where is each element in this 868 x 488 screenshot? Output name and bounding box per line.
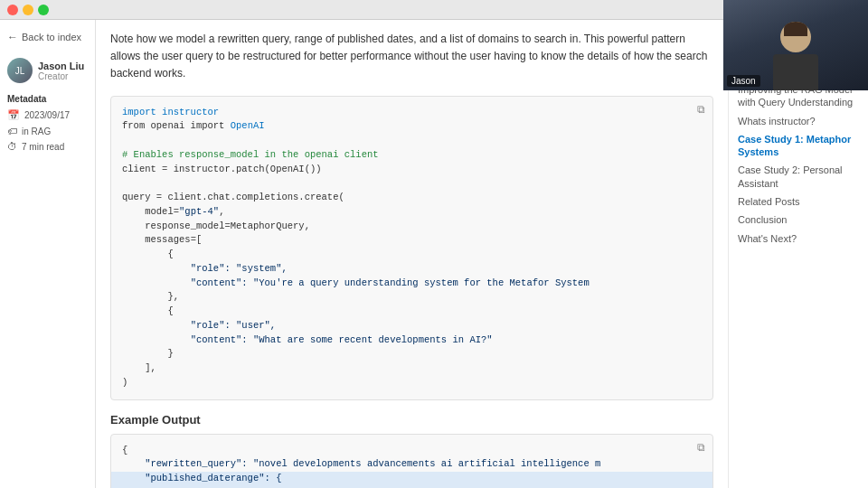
code-line: query = client.chat.completions.create( [122,191,702,205]
code-block-1: ⧉ import instructor from openai import O… [110,96,713,400]
code-line: "content": "What are some recent develop… [122,333,702,348]
metadata-section: Metadata 📅 2023/09/17 🏷 in RAG ⏱ 7 min r… [7,94,88,152]
example-output-label: Example Output [110,413,713,427]
author-role: Creator [38,71,84,81]
toc-item-related[interactable]: Related Posts [738,195,859,208]
calendar-icon: 📅 [7,109,20,121]
code-line: "role": "user", [122,319,702,333]
toc-item-metaphor[interactable]: Case Study 1: Metaphor Systems [738,133,859,159]
tag-value: in RAG [22,127,51,136]
toc-item-instructor[interactable]: Whats instructor? [738,115,859,127]
code-line [122,176,702,191]
toc-item-personal[interactable]: Case Study 2: Personal Assistant [738,164,859,190]
minimize-button[interactable] [23,5,33,15]
intro-paragraph: Note how we model a rewritten query, ran… [110,31,713,83]
copy-icon-2[interactable]: ⧉ [697,440,705,456]
video-feed: Jason [723,0,868,90]
code-line: client = instructor.patch(OpenAI()) [122,163,702,177]
tag-item: 🏷 in RAG [7,126,88,136]
left-sidebar: ← Back to index JL Jason Liu Creator Met… [0,20,95,488]
close-button[interactable] [7,5,18,15]
code-line: import instructor [122,106,702,120]
person-head [780,22,811,52]
code-line: { [122,248,702,262]
maximize-button[interactable] [38,5,49,15]
code-line [122,134,702,148]
author-section: JL Jason Liu Creator [7,58,88,83]
back-link-label: Back to index [22,32,81,42]
code-line: ) [122,376,702,390]
author-name: Jason Liu [38,61,84,71]
code-line: "content": "You're a query understanding… [122,277,702,291]
metadata-label: Metadata [7,94,88,104]
code-block-output: ⧉ { "rewritten_query": "novel developmen… [110,434,713,488]
code-line: ], [122,361,702,376]
back-link[interactable]: ← Back to index [7,31,88,43]
code-line: "role": "system", [122,262,702,277]
main-content[interactable]: Note how we model a rewritten query, ran… [95,20,728,488]
person-hair [784,22,807,36]
code-line: { [122,305,702,319]
code-line: # Enables response_model in the openai c… [122,148,702,163]
read-time-item: ⏱ 7 min read [7,141,88,152]
date-value: 2023/09/17 [24,110,70,120]
toc-item-next[interactable]: What's Next? [738,232,859,245]
code-line: "rewritten_query": "novel developments a… [122,457,702,472]
person-body [773,54,818,90]
person-figure [773,22,818,90]
code-line: response_model=MetaphorQuery, [122,220,702,234]
read-time-value: 7 min read [22,142,64,152]
code-line: { [122,444,702,458]
date-item: 📅 2023/09/17 [7,109,88,121]
code-line: model="gpt-4", [122,205,702,220]
copy-icon-1[interactable]: ⧉ [697,102,705,118]
toc-item-conclusion[interactable]: Conclusion [738,213,859,226]
code-line: messages=[ [122,233,702,248]
clock-icon: ⏱ [7,141,17,152]
back-arrow-icon: ← [7,31,18,43]
code-line: from openai import OpenAI [122,119,702,134]
tag-icon: 🏷 [7,126,17,136]
window-controls [7,5,49,15]
code-line: } [122,347,702,361]
highlighted-code-line: "published_daterange": { [111,472,712,486]
video-overlay: Jason [723,0,868,90]
author-avatar: JL [7,58,33,83]
video-name-tag: Jason [727,75,760,87]
code-line: }, [122,290,702,305]
